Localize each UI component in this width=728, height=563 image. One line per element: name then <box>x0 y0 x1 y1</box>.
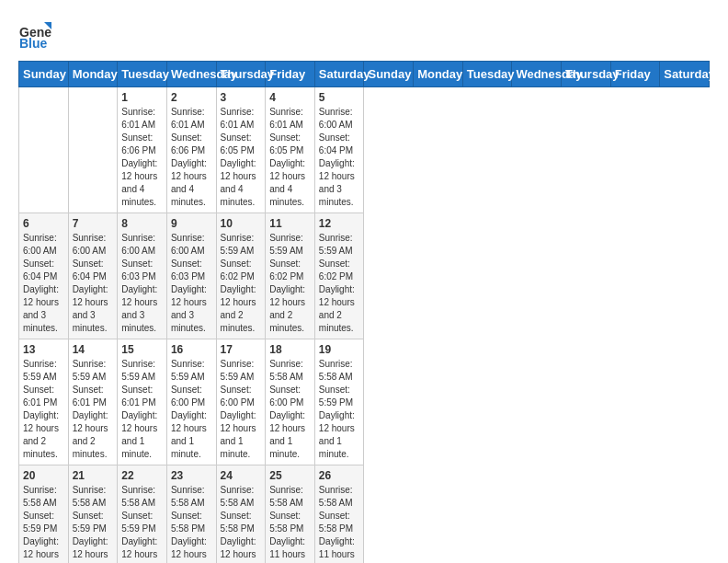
calendar-day-header: Monday <box>414 62 463 87</box>
calendar-header-row: SundayMondayTuesdayWednesdayThursdayFrid… <box>19 62 710 87</box>
calendar-cell: 3Sunrise: 6:01 AM Sunset: 6:05 PM Daylig… <box>216 87 266 213</box>
calendar-day-header: Saturday <box>660 62 710 87</box>
calendar-cell: 11Sunrise: 5:59 AM Sunset: 6:02 PM Dayli… <box>266 213 315 339</box>
day-number: 1 <box>121 91 163 104</box>
day-number: 26 <box>319 469 360 482</box>
calendar-cell: 4Sunrise: 6:01 AM Sunset: 6:05 PM Daylig… <box>266 87 315 213</box>
calendar-cell: 13Sunrise: 5:59 AM Sunset: 6:01 PM Dayli… <box>19 339 69 465</box>
day-info: Sunrise: 6:01 AM Sunset: 6:06 PM Dayligh… <box>171 106 212 209</box>
day-info: Sunrise: 6:00 AM Sunset: 6:04 PM Dayligh… <box>73 232 114 335</box>
calendar-day-header: Wednesday <box>166 62 216 87</box>
day-info: Sunrise: 6:00 AM Sunset: 6:03 PM Dayligh… <box>121 232 163 335</box>
calendar-cell: 7Sunrise: 6:00 AM Sunset: 6:04 PM Daylig… <box>68 213 118 339</box>
day-number: 22 <box>121 469 163 482</box>
calendar-cell: 5Sunrise: 6:00 AM Sunset: 6:04 PM Daylig… <box>314 87 364 213</box>
day-info: Sunrise: 6:01 AM Sunset: 6:05 PM Dayligh… <box>269 106 311 209</box>
calendar-day-header: Tuesday <box>462 62 512 87</box>
calendar-cell: 23Sunrise: 5:58 AM Sunset: 5:58 PM Dayli… <box>166 465 216 564</box>
calendar-day-header: Thursday <box>216 62 266 87</box>
day-info: Sunrise: 5:58 AM Sunset: 5:59 PM Dayligh… <box>319 358 360 461</box>
calendar-day-header: Wednesday <box>512 62 562 87</box>
day-info: Sunrise: 5:58 AM Sunset: 5:58 PM Dayligh… <box>319 484 360 563</box>
day-info: Sunrise: 5:59 AM Sunset: 6:01 PM Dayligh… <box>121 358 163 461</box>
day-info: Sunrise: 5:58 AM Sunset: 5:59 PM Dayligh… <box>23 484 64 563</box>
calendar-cell: 17Sunrise: 5:59 AM Sunset: 6:00 PM Dayli… <box>216 339 266 465</box>
day-number: 18 <box>269 343 311 356</box>
calendar-cell: 1Sunrise: 6:01 AM Sunset: 6:06 PM Daylig… <box>118 87 167 213</box>
day-info: Sunrise: 5:59 AM Sunset: 6:02 PM Dayligh… <box>269 232 311 335</box>
calendar-day-header: Monday <box>68 62 118 87</box>
day-info: Sunrise: 5:59 AM Sunset: 6:00 PM Dayligh… <box>171 358 212 461</box>
calendar-day-header: Sunday <box>364 62 414 87</box>
day-number: 12 <box>319 217 360 230</box>
day-info: Sunrise: 5:59 AM Sunset: 6:01 PM Dayligh… <box>23 358 64 461</box>
day-info: Sunrise: 5:58 AM Sunset: 5:58 PM Dayligh… <box>269 484 311 563</box>
calendar-table: SundayMondayTuesdayWednesdayThursdayFrid… <box>18 61 710 563</box>
day-number: 8 <box>121 217 163 230</box>
calendar-cell: 12Sunrise: 5:59 AM Sunset: 6:02 PM Dayli… <box>314 213 364 339</box>
logo-icon: General Blue <box>18 18 51 52</box>
logo: General Blue <box>18 18 53 52</box>
day-number: 11 <box>269 217 311 230</box>
calendar-cell <box>68 87 118 213</box>
calendar-week-row: 13Sunrise: 5:59 AM Sunset: 6:01 PM Dayli… <box>19 339 710 465</box>
day-info: Sunrise: 5:58 AM Sunset: 5:58 PM Dayligh… <box>171 484 212 563</box>
calendar-day-header: Sunday <box>19 62 69 87</box>
day-info: Sunrise: 5:58 AM Sunset: 5:59 PM Dayligh… <box>121 484 163 563</box>
calendar-day-header: Friday <box>610 62 660 87</box>
day-number: 4 <box>269 91 311 104</box>
calendar-cell: 25Sunrise: 5:58 AM Sunset: 5:58 PM Dayli… <box>266 465 315 564</box>
svg-text:Blue: Blue <box>19 36 48 51</box>
page-header: General Blue <box>18 18 710 52</box>
day-number: 21 <box>73 469 114 482</box>
day-number: 7 <box>73 217 114 230</box>
day-number: 15 <box>121 343 163 356</box>
calendar-cell: 14Sunrise: 5:59 AM Sunset: 6:01 PM Dayli… <box>68 339 118 465</box>
day-number: 6 <box>23 217 64 230</box>
day-info: Sunrise: 6:00 AM Sunset: 6:04 PM Dayligh… <box>23 232 64 335</box>
calendar-day-header: Saturday <box>314 62 364 87</box>
day-number: 13 <box>23 343 64 356</box>
day-number: 9 <box>171 217 212 230</box>
calendar-cell: 8Sunrise: 6:00 AM Sunset: 6:03 PM Daylig… <box>118 213 167 339</box>
calendar-cell: 18Sunrise: 5:58 AM Sunset: 6:00 PM Dayli… <box>266 339 315 465</box>
calendar-day-header: Thursday <box>562 62 611 87</box>
calendar-cell: 6Sunrise: 6:00 AM Sunset: 6:04 PM Daylig… <box>19 213 69 339</box>
calendar-cell: 15Sunrise: 5:59 AM Sunset: 6:01 PM Dayli… <box>118 339 167 465</box>
calendar-day-header: Friday <box>266 62 315 87</box>
day-info: Sunrise: 5:58 AM Sunset: 5:59 PM Dayligh… <box>73 484 114 563</box>
day-info: Sunrise: 5:59 AM Sunset: 6:02 PM Dayligh… <box>221 232 262 335</box>
day-info: Sunrise: 6:01 AM Sunset: 6:05 PM Dayligh… <box>221 106 262 209</box>
calendar-cell: 16Sunrise: 5:59 AM Sunset: 6:00 PM Dayli… <box>166 339 216 465</box>
day-info: Sunrise: 5:59 AM Sunset: 6:02 PM Dayligh… <box>319 232 360 335</box>
day-info: Sunrise: 6:00 AM Sunset: 6:04 PM Dayligh… <box>319 106 360 209</box>
calendar-cell: 22Sunrise: 5:58 AM Sunset: 5:59 PM Dayli… <box>118 465 167 564</box>
day-number: 24 <box>221 469 262 482</box>
day-number: 23 <box>171 469 212 482</box>
day-number: 25 <box>269 469 311 482</box>
calendar-week-row: 6Sunrise: 6:00 AM Sunset: 6:04 PM Daylig… <box>19 213 710 339</box>
calendar-day-header: Tuesday <box>118 62 167 87</box>
calendar-cell: 9Sunrise: 6:00 AM Sunset: 6:03 PM Daylig… <box>166 213 216 339</box>
day-number: 3 <box>221 91 262 104</box>
calendar-cell: 10Sunrise: 5:59 AM Sunset: 6:02 PM Dayli… <box>216 213 266 339</box>
calendar-cell <box>19 87 69 213</box>
day-number: 20 <box>23 469 64 482</box>
day-info: Sunrise: 5:58 AM Sunset: 5:58 PM Dayligh… <box>221 484 262 563</box>
calendar-cell: 19Sunrise: 5:58 AM Sunset: 5:59 PM Dayli… <box>314 339 364 465</box>
day-number: 17 <box>221 343 262 356</box>
calendar-week-row: 20Sunrise: 5:58 AM Sunset: 5:59 PM Dayli… <box>19 465 710 564</box>
day-number: 10 <box>221 217 262 230</box>
calendar-cell: 26Sunrise: 5:58 AM Sunset: 5:58 PM Dayli… <box>314 465 364 564</box>
day-number: 14 <box>73 343 114 356</box>
day-number: 16 <box>171 343 212 356</box>
day-number: 19 <box>319 343 360 356</box>
calendar-cell: 20Sunrise: 5:58 AM Sunset: 5:59 PM Dayli… <box>19 465 69 564</box>
day-info: Sunrise: 5:58 AM Sunset: 6:00 PM Dayligh… <box>269 358 311 461</box>
day-number: 2 <box>171 91 212 104</box>
calendar-cell: 24Sunrise: 5:58 AM Sunset: 5:58 PM Dayli… <box>216 465 266 564</box>
day-info: Sunrise: 6:01 AM Sunset: 6:06 PM Dayligh… <box>121 106 163 209</box>
day-info: Sunrise: 5:59 AM Sunset: 6:01 PM Dayligh… <box>73 358 114 461</box>
calendar-cell: 2Sunrise: 6:01 AM Sunset: 6:06 PM Daylig… <box>166 87 216 213</box>
calendar-cell: 21Sunrise: 5:58 AM Sunset: 5:59 PM Dayli… <box>68 465 118 564</box>
